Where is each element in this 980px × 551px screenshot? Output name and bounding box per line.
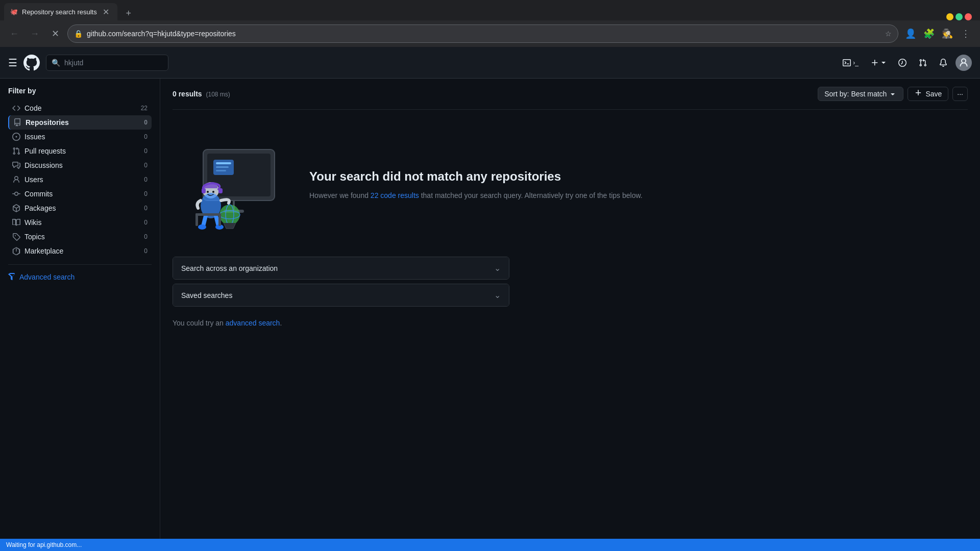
- sidebar-item-marketplace[interactable]: Marketplace 0: [8, 244, 152, 258]
- lock-icon: 🔒: [74, 30, 83, 38]
- svg-point-12: [219, 205, 240, 225]
- tab-close-button[interactable]: ✕: [101, 7, 111, 17]
- sidebar-item-count-commits: 0: [144, 190, 148, 197]
- incognito-indicator: 🕵: [939, 26, 955, 42]
- empty-state-inner: Your search did not match any repositori…: [173, 134, 643, 236]
- results-count: 0 results: [173, 90, 202, 98]
- advanced-search-inline-link[interactable]: advanced search: [226, 319, 280, 327]
- more-icon: ···: [957, 90, 963, 98]
- suggestions-prefix: You could try an: [173, 319, 226, 327]
- sidebar-item-repositories[interactable]: Repositories 0: [8, 115, 152, 130]
- sidebar-item-commits[interactable]: Commits 0: [8, 187, 152, 201]
- github-app: ☰ 🔍 hkjutd ›_: [0, 47, 980, 551]
- filter-by-title: Filter by: [8, 87, 152, 95]
- profile-button[interactable]: 👤: [902, 26, 919, 42]
- window-controls: − □ ✕: [946, 13, 972, 20]
- sort-label: Sort by:: [824, 90, 849, 98]
- accordion-item-saved-searches: Saved searches ⌄: [173, 284, 509, 307]
- sidebar-item-label-issues: Issues: [24, 133, 140, 141]
- accordion-header-org-search[interactable]: Search across an organization ⌄: [173, 257, 509, 279]
- sidebar-item-count-code: 22: [141, 105, 148, 112]
- search-input-value: hkjutd: [64, 59, 83, 67]
- bell-button[interactable]: [935, 56, 951, 70]
- minimize-button[interactable]: −: [946, 13, 953, 20]
- sidebar-item-issues[interactable]: Issues 0: [8, 130, 152, 144]
- restore-button[interactable]: □: [955, 13, 963, 20]
- reload-button[interactable]: ✕: [47, 26, 63, 42]
- extensions-button[interactable]: 🧩: [921, 26, 937, 42]
- sidebar-item-discussions[interactable]: Discussions 0: [8, 158, 152, 172]
- sidebar-item-wikis[interactable]: Wikis 0: [8, 215, 152, 230]
- topic-icon: [12, 233, 20, 241]
- svg-rect-15: [195, 213, 221, 216]
- suggestions-text: You could try an advanced search.: [173, 319, 282, 327]
- bookmark-icon[interactable]: ☆: [885, 30, 892, 38]
- svg-point-20: [207, 191, 209, 193]
- sidebar-divider: [8, 264, 152, 265]
- terminal-button[interactable]: ›_: [839, 56, 863, 70]
- sort-actions: Sort by: Best match Save ···: [818, 87, 968, 101]
- svg-rect-4: [216, 166, 229, 168]
- commit-icon: [12, 190, 20, 198]
- advanced-search-label: Advanced search: [19, 273, 75, 281]
- close-button[interactable]: ✕: [965, 13, 972, 20]
- main-content: Filter by Code 22 Repositories 0: [0, 79, 980, 539]
- clock-icon-button[interactable]: [894, 56, 911, 70]
- code-results-link[interactable]: 22 code results: [371, 191, 419, 199]
- status-bar: Waiting for api.github.com...: [0, 539, 980, 551]
- sidebar-item-count-marketplace: 0: [144, 247, 148, 255]
- create-button[interactable]: [867, 56, 890, 70]
- save-label: Save: [925, 90, 942, 98]
- sidebar-item-count-discussions: 0: [144, 162, 148, 169]
- menu-button[interactable]: ⋮: [958, 26, 974, 42]
- discussion-icon: [12, 161, 20, 169]
- pr-icon: [12, 147, 20, 155]
- sidebar-item-code[interactable]: Code 22: [8, 101, 152, 115]
- forward-button[interactable]: →: [27, 26, 43, 42]
- svg-point-10: [198, 224, 206, 230]
- header-actions: ›_: [839, 55, 972, 71]
- sort-button[interactable]: Sort by: Best match: [818, 87, 903, 101]
- package-icon: [12, 204, 20, 212]
- accordion-item-org-search: Search across an organization ⌄: [173, 257, 509, 280]
- accordion-title-org-search: Search across an organization: [181, 264, 278, 272]
- user-icon: [12, 176, 20, 184]
- tab-title: Repository search results: [22, 8, 97, 16]
- results-time: (108 ms): [206, 91, 230, 98]
- svg-rect-17: [218, 213, 221, 226]
- svg-rect-3: [216, 162, 231, 164]
- git-pull-request-button[interactable]: [915, 56, 931, 70]
- accordion-header-saved-searches[interactable]: Saved searches ⌄: [173, 284, 509, 306]
- sidebar-item-label-topics: Topics: [24, 233, 140, 241]
- sidebar-item-label-repositories: Repositories: [26, 118, 140, 127]
- svg-rect-18: [202, 188, 206, 193]
- more-options-button[interactable]: ···: [952, 87, 968, 101]
- save-button[interactable]: Save: [908, 87, 948, 101]
- sidebar-item-pull-requests[interactable]: Pull requests 0: [8, 144, 152, 158]
- repo-icon: [13, 118, 21, 127]
- search-tips-accordion: Search across an organization ⌄ Saved se…: [173, 257, 509, 311]
- hamburger-menu-button[interactable]: ☰: [8, 57, 17, 69]
- user-avatar[interactable]: [955, 55, 972, 71]
- empty-state-text: Your search did not match any repositori…: [309, 169, 643, 201]
- toolbar-actions: 👤 🧩 🕵 ⋮: [902, 26, 974, 42]
- address-bar[interactable]: 🔒 github.com/search?q=hkjutd&type=reposi…: [67, 24, 898, 43]
- tab-bar: 🐙 Repository search results ✕ + − □ ✕: [0, 0, 980, 20]
- empty-state: Your search did not match any repositori…: [173, 118, 968, 343]
- sidebar-item-packages[interactable]: Packages 0: [8, 201, 152, 215]
- sidebar-item-users[interactable]: Users 0: [8, 172, 152, 187]
- svg-rect-5: [216, 170, 226, 171]
- results-header: 0 results (108 ms) Sort by: Best match S…: [173, 87, 968, 110]
- sidebar-item-count-users: 0: [144, 176, 148, 183]
- back-button[interactable]: ←: [6, 26, 22, 42]
- search-bar[interactable]: 🔍 hkjutd: [46, 55, 168, 71]
- sidebar-item-topics[interactable]: Topics 0: [8, 230, 152, 244]
- sidebar-item-count-pull-requests: 0: [144, 147, 148, 155]
- new-tab-button[interactable]: +: [121, 6, 136, 20]
- active-tab[interactable]: 🐙 Repository search results ✕: [4, 3, 117, 20]
- empty-state-description: However we found 22 code results that ma…: [309, 190, 643, 201]
- github-logo[interactable]: [23, 55, 40, 71]
- results-content: 0 results (108 ms) Sort by: Best match S…: [160, 79, 980, 539]
- sidebar-item-count-topics: 0: [144, 233, 148, 240]
- advanced-search-link[interactable]: Advanced search: [8, 271, 152, 283]
